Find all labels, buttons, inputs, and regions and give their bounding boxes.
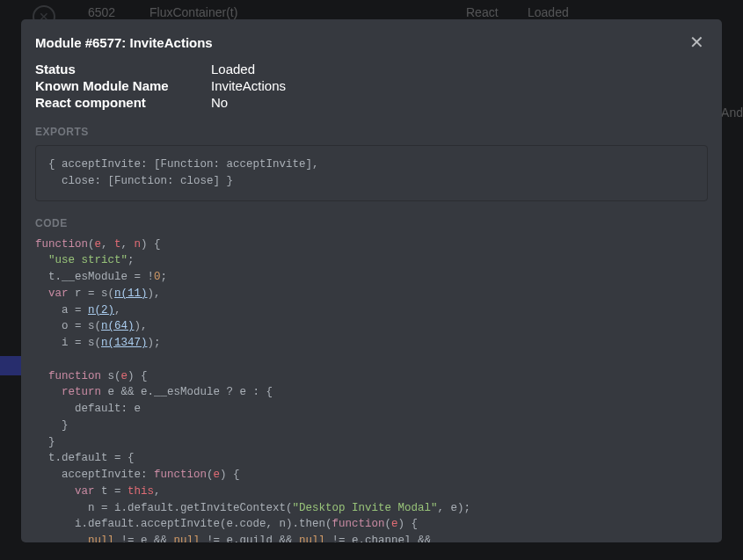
close-icon: ✕ <box>689 33 704 52</box>
exports-header: EXPORTS <box>35 126 708 138</box>
modal-content[interactable]: Status Loaded Known Module Name InviteAc… <box>21 62 722 542</box>
close-button[interactable]: ✕ <box>686 32 708 53</box>
modal-header: Module #6577: InviteActions ✕ <box>21 19 722 62</box>
meta-table: Status Loaded Known Module Name InviteAc… <box>35 62 708 110</box>
meta-name-value: InviteActions <box>211 78 708 93</box>
meta-react-value: No <box>211 95 708 110</box>
meta-status-label: Status <box>35 62 211 76</box>
code-header: CODE <box>35 217 708 229</box>
exports-code[interactable]: { acceptInvite: [Function: acceptInvite]… <box>35 145 708 201</box>
meta-react-label: React component <box>35 95 211 110</box>
meta-status-value: Loaded <box>211 62 708 76</box>
meta-name-label: Known Module Name <box>35 78 211 93</box>
module-code[interactable]: function(e, t, n) { "use strict"; t.__es… <box>35 236 708 543</box>
module-modal: Module #6577: InviteActions ✕ Status Loa… <box>21 19 722 542</box>
modal-title: Module #6577: InviteActions <box>35 35 213 50</box>
